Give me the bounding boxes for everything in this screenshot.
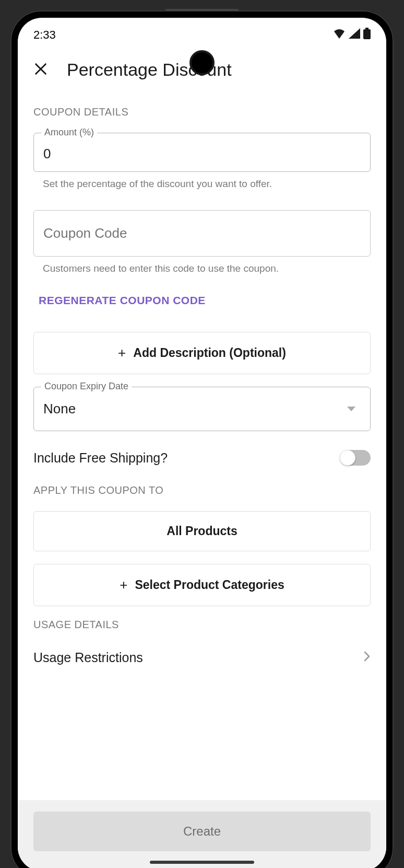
device-frame: 2:33 Percentage Discount COUPON DETAILS	[10, 10, 394, 868]
amount-input[interactable]	[43, 146, 361, 162]
add-description-button[interactable]: + Add Description (Optional)	[33, 332, 371, 374]
status-time: 2:33	[33, 28, 56, 42]
status-bar: 2:33	[18, 18, 386, 47]
chevron-down-icon	[347, 407, 355, 411]
front-camera	[189, 50, 215, 75]
code-field-wrap	[33, 210, 371, 257]
expiry-label: Coupon Expiry Date	[41, 381, 132, 392]
create-button[interactable]: Create	[33, 812, 371, 851]
select-categories-button[interactable]: + Select Product Categories	[33, 564, 371, 606]
status-icons	[333, 28, 371, 42]
expiry-value: None	[43, 401, 76, 417]
amount-label: Amount (%)	[41, 127, 97, 138]
toggle-knob	[340, 450, 355, 466]
signal-icon	[349, 28, 360, 42]
all-products-label: All Products	[167, 524, 237, 538]
wifi-icon	[333, 28, 346, 42]
usage-restrictions-row[interactable]: Usage Restrictions	[33, 638, 371, 677]
amount-field-wrap: Amount (%)	[33, 133, 371, 172]
amount-field[interactable]: Amount (%)	[33, 133, 371, 172]
select-categories-label: Select Product Categories	[135, 578, 284, 592]
apply-to-section-label: APPLY THIS COUPON TO	[33, 484, 371, 496]
svg-rect-0	[365, 28, 369, 29]
free-shipping-row: Include Free Shipping?	[33, 450, 371, 466]
close-icon[interactable]	[33, 61, 48, 79]
device-notch	[165, 9, 239, 11]
bottom-action-bar: Create	[18, 800, 386, 868]
free-shipping-toggle[interactable]	[340, 450, 371, 466]
chevron-right-icon	[363, 650, 371, 666]
expiry-date-select[interactable]: Coupon Expiry Date None	[33, 387, 371, 431]
usage-restrictions-label: Usage Restrictions	[33, 650, 143, 665]
plus-icon: +	[118, 345, 126, 361]
content-scroll[interactable]: COUPON DETAILS Amount (%) Set the percen…	[18, 89, 386, 796]
usage-details-section-label: USAGE DETAILS	[33, 619, 371, 631]
free-shipping-label: Include Free Shipping?	[33, 450, 168, 466]
gesture-bar[interactable]	[150, 861, 254, 864]
coupon-code-field[interactable]	[33, 210, 371, 257]
all-products-button[interactable]: All Products	[33, 511, 371, 551]
svg-rect-1	[363, 29, 371, 39]
add-description-label: Add Description (Optional)	[133, 346, 286, 360]
screen: 2:33 Percentage Discount COUPON DETAILS	[18, 18, 386, 868]
code-helper: Customers need to enter this code to use…	[43, 262, 371, 276]
plus-icon: +	[120, 577, 127, 593]
regenerate-code-button[interactable]: REGENERATE COUPON CODE	[39, 294, 371, 307]
amount-helper: Set the percentage of the discount you w…	[43, 177, 371, 191]
coupon-details-section-label: COUPON DETAILS	[33, 106, 371, 118]
battery-icon	[363, 28, 371, 42]
coupon-code-input[interactable]	[43, 225, 361, 241]
